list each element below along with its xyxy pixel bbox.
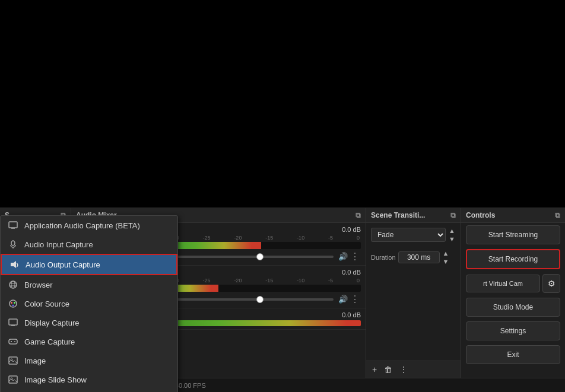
dropdown-item-color-source-label: Color Source: [24, 299, 170, 308]
start-recording-btn[interactable]: Start Recording: [466, 249, 560, 269]
dropdown-item-browser[interactable]: Browser: [1, 275, 177, 294]
controls-header-label: Controls: [466, 211, 495, 219]
svg-point-18: [14, 341, 15, 342]
virtual-cam-row: rt Virtual Cam ⚙: [466, 274, 560, 293]
source-type-dropdown: Application Audio Capture (BETA) Audio I…: [0, 215, 178, 392]
svg-rect-19: [9, 357, 17, 364]
transition-add-btn[interactable]: +: [370, 364, 379, 375]
dropdown-item-image[interactable]: Image: [1, 351, 177, 370]
exit-btn[interactable]: Exit: [466, 345, 560, 364]
svg-rect-21: [9, 376, 17, 383]
controls-panel-header: Controls ⧉: [461, 208, 565, 223]
dropdown-item-browser-label: Browser: [24, 281, 170, 289]
dropdown-item-audio-input[interactable]: Audio Input Capture: [1, 235, 177, 254]
dropdown-item-audio-output[interactable]: Audio Output Capture: [1, 254, 177, 275]
svg-marker-4: [11, 261, 16, 268]
start-streaming-btn[interactable]: Start Streaming: [466, 225, 560, 244]
dropdown-item-audio-output-label: Audio Output Capture: [26, 260, 169, 269]
mixer-track-3-db: 0.0 dB: [342, 311, 361, 318]
transitions-header-icon[interactable]: ⧉: [450, 211, 456, 219]
transition-duration-row: Duration ▲ ▼: [366, 247, 461, 268]
dropdown-item-media-source[interactable]: Media Source: [1, 389, 177, 392]
dropdown-item-image-slide-show-label: Image Slide Show: [24, 375, 170, 384]
mixer-track-2-db: 0.0 dB: [342, 269, 361, 276]
dropdown-item-display-capture-label: Display Capture: [24, 318, 170, 327]
controls-panel: Controls ⧉ Start Streaming Start Recordi…: [461, 208, 565, 378]
dropdown-item-audio-input-label: Audio Input Capture: [24, 240, 170, 249]
svg-point-12: [12, 305, 14, 307]
svg-point-5: [9, 281, 17, 288]
mixer-dots-2[interactable]: ⋮: [349, 294, 361, 305]
image-slideshow-icon: [8, 374, 18, 385]
duration-down-btn[interactable]: ▼: [442, 257, 450, 266]
app-audio-icon: [8, 220, 18, 231]
mixer-track-1-db: 0.0 dB: [342, 226, 361, 233]
mixer-mute-1[interactable]: 🔊: [337, 251, 349, 262]
studio-mode-btn[interactable]: Studio Mode: [466, 298, 560, 317]
svg-rect-13: [9, 319, 17, 325]
svg-point-10: [11, 302, 12, 304]
browser-icon: [8, 279, 18, 290]
svg-point-2: [11, 241, 15, 246]
settings-btn[interactable]: Settings: [466, 321, 560, 340]
dropdown-item-color-source[interactable]: Color Source: [1, 294, 177, 313]
audio-input-icon: [8, 239, 18, 250]
duration-up-btn[interactable]: ▲: [442, 249, 450, 257]
svg-point-6: [11, 281, 15, 288]
color-source-icon: [8, 298, 18, 309]
preview-area: [0, 0, 565, 208]
dropdown-item-app-audio-capture[interactable]: Application Audio Capture (BETA): [1, 216, 177, 235]
game-capture-icon: [8, 336, 18, 347]
duration-arrows: ▲ ▼: [442, 249, 450, 266]
svg-rect-0: [9, 222, 17, 228]
dropdown-item-image-label: Image: [24, 356, 170, 365]
mixer-slider-thumb-1: [256, 253, 264, 260]
mixer-header-icon[interactable]: ⧉: [355, 211, 361, 219]
virtual-cam-btn[interactable]: rt Virtual Cam: [466, 275, 540, 292]
mixer-mute-2[interactable]: 🔊: [337, 294, 349, 305]
transitions-header-label: Scene Transiti...: [371, 211, 425, 219]
display-capture-icon: [8, 317, 18, 328]
transition-select-row: Fade Cut Swipe ▲ ▼: [366, 223, 461, 247]
image-icon: [8, 355, 18, 366]
transitions-panel-header: Scene Transiti... ⧉: [366, 208, 461, 223]
transition-more-btn[interactable]: ⋮: [397, 364, 410, 375]
svg-point-11: [14, 302, 15, 304]
transition-down-btn[interactable]: ▼: [448, 235, 456, 243]
dropdown-item-app-audio-label: Application Audio Capture (BETA): [24, 221, 170, 230]
svg-rect-15: [9, 339, 17, 344]
transition-delete-btn[interactable]: 🗑: [382, 364, 395, 375]
dropdown-item-game-capture[interactable]: Game Capture: [1, 332, 177, 351]
audio-output-icon: [9, 259, 20, 270]
duration-label: Duration: [371, 254, 396, 261]
dropdown-item-image-slide-show[interactable]: Image Slide Show: [1, 370, 177, 389]
mixer-dots-1[interactable]: ⋮: [349, 251, 361, 262]
mixer-slider-thumb-2: [256, 296, 264, 303]
dropdown-item-game-capture-label: Game Capture: [24, 337, 170, 346]
transition-up-btn[interactable]: ▲: [448, 227, 456, 235]
transitions-panel: Scene Transiti... ⧉ Fade Cut Swipe ▲ ▼ D…: [366, 208, 461, 378]
transition-arrows: ▲ ▼: [448, 227, 456, 243]
transitions-toolbar: + 🗑 ⋮: [366, 361, 461, 378]
main-container: S ⧉ + 🗑 ⚙ ∧ ⋮ ⚙ ⋮ Audio Mixer ⧉: [0, 0, 565, 392]
dropdown-item-display-capture[interactable]: Display Capture: [1, 313, 177, 332]
controls-header-icon[interactable]: ⧉: [555, 211, 560, 219]
transition-type-select[interactable]: Fade Cut Swipe: [371, 228, 446, 242]
virtual-cam-gear-btn[interactable]: ⚙: [542, 274, 560, 293]
duration-input[interactable]: [398, 251, 440, 263]
